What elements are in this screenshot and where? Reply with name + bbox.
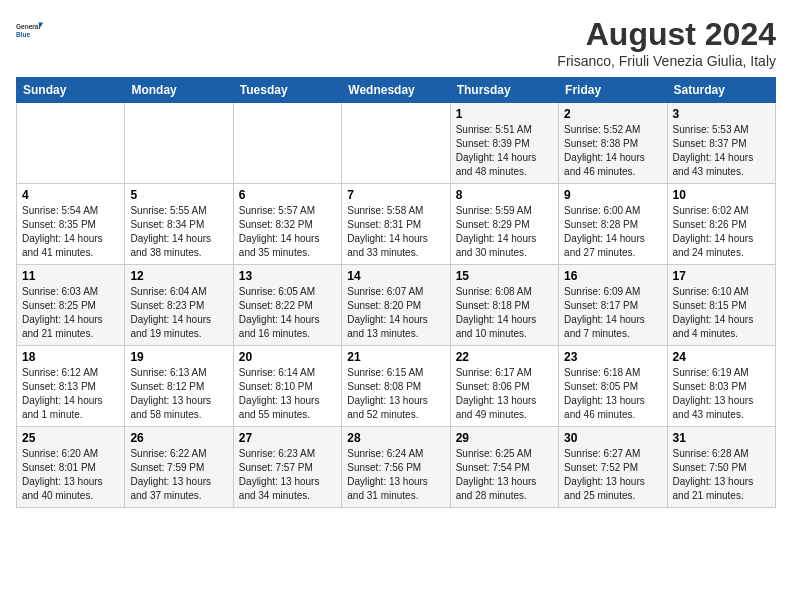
day-number: 11	[22, 269, 119, 283]
calendar-cell: 25Sunrise: 6:20 AM Sunset: 8:01 PM Dayli…	[17, 427, 125, 508]
day-number: 14	[347, 269, 444, 283]
day-number: 1	[456, 107, 553, 121]
weekday-header: Tuesday	[233, 78, 341, 103]
day-info: Sunrise: 5:52 AM Sunset: 8:38 PM Dayligh…	[564, 123, 661, 179]
calendar-cell: 24Sunrise: 6:19 AM Sunset: 8:03 PM Dayli…	[667, 346, 775, 427]
header: GeneralBlue August 2024 Frisanco, Friuli…	[16, 16, 776, 69]
day-info: Sunrise: 6:18 AM Sunset: 8:05 PM Dayligh…	[564, 366, 661, 422]
calendar-cell: 9Sunrise: 6:00 AM Sunset: 8:28 PM Daylig…	[559, 184, 667, 265]
day-number: 29	[456, 431, 553, 445]
calendar-cell: 10Sunrise: 6:02 AM Sunset: 8:26 PM Dayli…	[667, 184, 775, 265]
day-number: 13	[239, 269, 336, 283]
location-title: Frisanco, Friuli Venezia Giulia, Italy	[557, 53, 776, 69]
day-number: 3	[673, 107, 770, 121]
calendar-cell: 19Sunrise: 6:13 AM Sunset: 8:12 PM Dayli…	[125, 346, 233, 427]
weekday-header: Friday	[559, 78, 667, 103]
day-number: 19	[130, 350, 227, 364]
day-info: Sunrise: 6:24 AM Sunset: 7:56 PM Dayligh…	[347, 447, 444, 503]
day-number: 17	[673, 269, 770, 283]
day-number: 26	[130, 431, 227, 445]
calendar-week-row: 11Sunrise: 6:03 AM Sunset: 8:25 PM Dayli…	[17, 265, 776, 346]
day-info: Sunrise: 6:27 AM Sunset: 7:52 PM Dayligh…	[564, 447, 661, 503]
calendar-cell: 13Sunrise: 6:05 AM Sunset: 8:22 PM Dayli…	[233, 265, 341, 346]
day-number: 7	[347, 188, 444, 202]
calendar-cell: 28Sunrise: 6:24 AM Sunset: 7:56 PM Dayli…	[342, 427, 450, 508]
calendar-cell	[342, 103, 450, 184]
weekday-header: Sunday	[17, 78, 125, 103]
day-info: Sunrise: 6:05 AM Sunset: 8:22 PM Dayligh…	[239, 285, 336, 341]
calendar-cell: 2Sunrise: 5:52 AM Sunset: 8:38 PM Daylig…	[559, 103, 667, 184]
day-number: 27	[239, 431, 336, 445]
day-info: Sunrise: 6:00 AM Sunset: 8:28 PM Dayligh…	[564, 204, 661, 260]
calendar-cell: 31Sunrise: 6:28 AM Sunset: 7:50 PM Dayli…	[667, 427, 775, 508]
calendar-week-row: 4Sunrise: 5:54 AM Sunset: 8:35 PM Daylig…	[17, 184, 776, 265]
calendar-cell: 5Sunrise: 5:55 AM Sunset: 8:34 PM Daylig…	[125, 184, 233, 265]
day-info: Sunrise: 5:51 AM Sunset: 8:39 PM Dayligh…	[456, 123, 553, 179]
day-info: Sunrise: 6:08 AM Sunset: 8:18 PM Dayligh…	[456, 285, 553, 341]
calendar-cell	[125, 103, 233, 184]
day-number: 9	[564, 188, 661, 202]
weekday-header: Monday	[125, 78, 233, 103]
calendar-cell: 6Sunrise: 5:57 AM Sunset: 8:32 PM Daylig…	[233, 184, 341, 265]
day-info: Sunrise: 5:59 AM Sunset: 8:29 PM Dayligh…	[456, 204, 553, 260]
day-number: 21	[347, 350, 444, 364]
calendar-cell: 21Sunrise: 6:15 AM Sunset: 8:08 PM Dayli…	[342, 346, 450, 427]
day-info: Sunrise: 5:57 AM Sunset: 8:32 PM Dayligh…	[239, 204, 336, 260]
day-info: Sunrise: 6:12 AM Sunset: 8:13 PM Dayligh…	[22, 366, 119, 422]
calendar-cell: 20Sunrise: 6:14 AM Sunset: 8:10 PM Dayli…	[233, 346, 341, 427]
calendar-cell: 27Sunrise: 6:23 AM Sunset: 7:57 PM Dayli…	[233, 427, 341, 508]
calendar-cell: 7Sunrise: 5:58 AM Sunset: 8:31 PM Daylig…	[342, 184, 450, 265]
day-info: Sunrise: 6:23 AM Sunset: 7:57 PM Dayligh…	[239, 447, 336, 503]
calendar-table: SundayMondayTuesdayWednesdayThursdayFrid…	[16, 77, 776, 508]
day-info: Sunrise: 6:04 AM Sunset: 8:23 PM Dayligh…	[130, 285, 227, 341]
calendar-cell: 8Sunrise: 5:59 AM Sunset: 8:29 PM Daylig…	[450, 184, 558, 265]
calendar-cell: 29Sunrise: 6:25 AM Sunset: 7:54 PM Dayli…	[450, 427, 558, 508]
day-info: Sunrise: 6:20 AM Sunset: 8:01 PM Dayligh…	[22, 447, 119, 503]
day-info: Sunrise: 6:15 AM Sunset: 8:08 PM Dayligh…	[347, 366, 444, 422]
day-number: 23	[564, 350, 661, 364]
svg-text:General: General	[16, 23, 40, 30]
calendar-cell	[233, 103, 341, 184]
logo-icon: GeneralBlue	[16, 16, 44, 44]
calendar-cell: 1Sunrise: 5:51 AM Sunset: 8:39 PM Daylig…	[450, 103, 558, 184]
day-number: 30	[564, 431, 661, 445]
day-number: 24	[673, 350, 770, 364]
day-info: Sunrise: 6:02 AM Sunset: 8:26 PM Dayligh…	[673, 204, 770, 260]
day-number: 25	[22, 431, 119, 445]
calendar-cell: 4Sunrise: 5:54 AM Sunset: 8:35 PM Daylig…	[17, 184, 125, 265]
day-number: 6	[239, 188, 336, 202]
header-row: SundayMondayTuesdayWednesdayThursdayFrid…	[17, 78, 776, 103]
day-info: Sunrise: 6:25 AM Sunset: 7:54 PM Dayligh…	[456, 447, 553, 503]
calendar-cell	[17, 103, 125, 184]
calendar-cell: 3Sunrise: 5:53 AM Sunset: 8:37 PM Daylig…	[667, 103, 775, 184]
calendar-cell: 17Sunrise: 6:10 AM Sunset: 8:15 PM Dayli…	[667, 265, 775, 346]
day-number: 20	[239, 350, 336, 364]
day-number: 22	[456, 350, 553, 364]
day-number: 5	[130, 188, 227, 202]
svg-text:Blue: Blue	[16, 31, 30, 38]
calendar-cell: 30Sunrise: 6:27 AM Sunset: 7:52 PM Dayli…	[559, 427, 667, 508]
calendar-cell: 16Sunrise: 6:09 AM Sunset: 8:17 PM Dayli…	[559, 265, 667, 346]
calendar-cell: 11Sunrise: 6:03 AM Sunset: 8:25 PM Dayli…	[17, 265, 125, 346]
day-info: Sunrise: 6:09 AM Sunset: 8:17 PM Dayligh…	[564, 285, 661, 341]
calendar-week-row: 18Sunrise: 6:12 AM Sunset: 8:13 PM Dayli…	[17, 346, 776, 427]
day-info: Sunrise: 5:58 AM Sunset: 8:31 PM Dayligh…	[347, 204, 444, 260]
day-info: Sunrise: 6:28 AM Sunset: 7:50 PM Dayligh…	[673, 447, 770, 503]
day-info: Sunrise: 5:54 AM Sunset: 8:35 PM Dayligh…	[22, 204, 119, 260]
day-number: 2	[564, 107, 661, 121]
day-number: 16	[564, 269, 661, 283]
day-info: Sunrise: 6:17 AM Sunset: 8:06 PM Dayligh…	[456, 366, 553, 422]
day-number: 8	[456, 188, 553, 202]
weekday-header: Wednesday	[342, 78, 450, 103]
month-title: August 2024	[557, 16, 776, 53]
title-area: August 2024 Frisanco, Friuli Venezia Giu…	[557, 16, 776, 69]
day-info: Sunrise: 6:22 AM Sunset: 7:59 PM Dayligh…	[130, 447, 227, 503]
calendar-week-row: 25Sunrise: 6:20 AM Sunset: 8:01 PM Dayli…	[17, 427, 776, 508]
day-info: Sunrise: 5:53 AM Sunset: 8:37 PM Dayligh…	[673, 123, 770, 179]
weekday-header: Thursday	[450, 78, 558, 103]
day-info: Sunrise: 6:10 AM Sunset: 8:15 PM Dayligh…	[673, 285, 770, 341]
day-number: 15	[456, 269, 553, 283]
day-number: 28	[347, 431, 444, 445]
day-number: 12	[130, 269, 227, 283]
day-number: 31	[673, 431, 770, 445]
